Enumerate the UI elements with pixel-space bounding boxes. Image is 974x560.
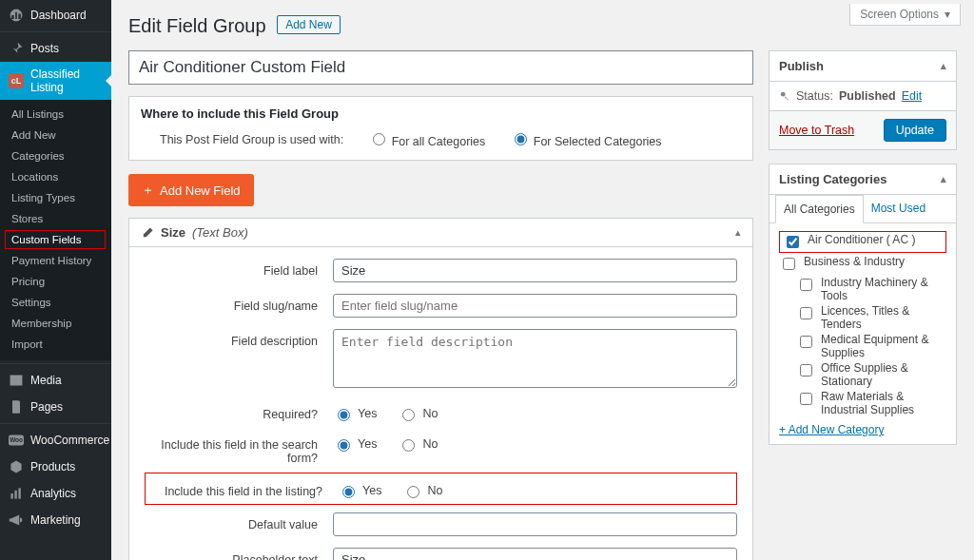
cat-raw-materials-checkbox[interactable] xyxy=(800,393,812,405)
nav-media[interactable]: Media xyxy=(0,367,111,394)
cat-raw-materials-label: Raw Materials & Industrial Supplies xyxy=(821,390,946,416)
label-placeholder-text: Placeholder text xyxy=(145,548,333,560)
cat-office-supplies-checkbox[interactable] xyxy=(800,364,812,377)
add-new-field-button[interactable]: ＋ Add New Field xyxy=(128,174,254,206)
include-opt-selected[interactable]: For Selected Categories xyxy=(510,130,661,148)
add-new-group-button[interactable]: Add New xyxy=(277,15,341,34)
subnav-import[interactable]: Import xyxy=(0,334,111,355)
field-card-header[interactable]: Size (Text Box) ▴ xyxy=(129,219,752,247)
pencil-icon xyxy=(141,226,154,240)
cat-licences-checkbox[interactable] xyxy=(800,307,812,319)
nav-posts-label: Posts xyxy=(30,42,59,55)
cat-business-industry-checkbox[interactable] xyxy=(783,258,795,270)
input-field-slug[interactable] xyxy=(333,294,737,318)
add-new-field-label: Add New Field xyxy=(160,183,241,198)
in-listing-yes-radio[interactable] xyxy=(342,486,355,498)
subnav-add-new[interactable]: Add New xyxy=(0,125,111,145)
nav-products-label: Products xyxy=(30,460,75,473)
analytics-icon xyxy=(9,486,24,501)
in-listing-no[interactable]: No xyxy=(402,483,442,498)
cat-air-conditioner-checkbox[interactable] xyxy=(787,236,799,248)
pages-icon xyxy=(9,399,24,415)
nav-classified-listing[interactable]: cL Classified Listing xyxy=(0,62,111,100)
in-listing-no-radio[interactable] xyxy=(407,486,419,498)
label-default-value: Default value xyxy=(145,512,333,531)
input-field-desc[interactable] xyxy=(333,329,737,388)
input-placeholder-text[interactable] xyxy=(333,548,737,560)
cat-air-conditioner[interactable]: Air Conditioner ( AC ) xyxy=(779,231,946,253)
chevron-down-icon: ▾ xyxy=(945,8,950,21)
chevron-up-icon: ▴ xyxy=(735,226,741,239)
input-default-value[interactable] xyxy=(333,512,737,536)
subnav-all-listings[interactable]: All Listings xyxy=(0,104,111,125)
svg-rect-5 xyxy=(14,491,16,499)
cat-business-industry[interactable]: Business & Industry xyxy=(779,254,946,274)
include-opt-selected-radio[interactable] xyxy=(515,133,527,145)
label-required: Required? xyxy=(145,402,333,421)
field-card: Size (Text Box) ▴ Field label Field slug… xyxy=(128,218,753,560)
nav-media-label: Media xyxy=(30,374,62,387)
subnav-custom-fields[interactable]: Custom Fields xyxy=(5,230,106,249)
subnav-settings[interactable]: Settings xyxy=(0,292,111,313)
cat-medical-label: Medical Equipment & Supplies xyxy=(821,333,946,359)
nav-woocommerce[interactable]: Woo WooCommerce xyxy=(0,427,111,454)
label-in-listing: Include this field in the listing? xyxy=(149,479,338,498)
subnav-payment-history[interactable]: Payment History xyxy=(0,250,111,271)
in-search-no-radio[interactable] xyxy=(402,439,415,452)
cat-raw-materials[interactable]: Raw Materials & Industrial Supplies xyxy=(796,389,946,417)
update-button[interactable]: Update xyxy=(884,119,946,142)
cat-licences[interactable]: Licences, Titles & Tenders xyxy=(796,303,946,332)
cat-office-supplies[interactable]: Office Supplies & Stationary xyxy=(796,360,946,389)
label-field-desc: Field description xyxy=(145,329,333,348)
tab-all-categories[interactable]: All Categories xyxy=(775,195,864,223)
nav-products[interactable]: Products xyxy=(0,454,111,480)
in-listing-no-label: No xyxy=(427,484,442,497)
nav-pages-label: Pages xyxy=(30,400,63,414)
subnav-pricing[interactable]: Pricing xyxy=(0,271,111,292)
chevron-up-icon[interactable]: ▴ xyxy=(941,60,946,72)
field-type: (Text Box) xyxy=(192,225,248,240)
include-opt-all-radio[interactable] xyxy=(373,133,385,145)
woocommerce-icon: Woo xyxy=(9,433,24,448)
input-field-label[interactable] xyxy=(333,259,737,282)
required-no[interactable]: No xyxy=(398,406,438,421)
in-listing-yes-label: Yes xyxy=(362,484,381,497)
nav-analytics[interactable]: Analytics xyxy=(0,480,111,507)
subnav-locations[interactable]: Locations xyxy=(0,166,111,187)
subnav-listing-types[interactable]: Listing Types xyxy=(0,187,111,208)
in-search-yes[interactable]: Yes xyxy=(333,436,377,452)
cat-industry-machinery-checkbox[interactable] xyxy=(800,279,812,291)
products-icon xyxy=(9,459,24,474)
include-opt-all[interactable]: For all Categories xyxy=(368,130,485,148)
cat-medical[interactable]: Medical Equipment & Supplies xyxy=(796,332,946,360)
chevron-up-icon[interactable]: ▴ xyxy=(941,173,946,185)
screen-options-toggle[interactable]: Screen Options ▾ xyxy=(849,4,961,26)
in-listing-yes[interactable]: Yes xyxy=(338,483,381,498)
nav-pages[interactable]: Pages xyxy=(0,394,111,420)
required-yes[interactable]: Yes xyxy=(333,406,377,421)
required-yes-radio[interactable] xyxy=(338,409,350,421)
group-title-input[interactable] xyxy=(128,50,753,85)
nav-classified-label: Classified Listing xyxy=(30,68,103,94)
cat-medical-checkbox[interactable] xyxy=(800,336,812,348)
marketing-icon xyxy=(9,512,24,528)
add-new-category-link[interactable]: + Add New Category xyxy=(779,423,884,436)
publish-box: Publish ▴ Status: Published Edit xyxy=(769,50,957,150)
cat-industry-machinery[interactable]: Industry Machinery & Tools xyxy=(796,275,946,303)
subnav-stores[interactable]: Stores xyxy=(0,208,111,229)
nav-dashboard[interactable]: Dashboard xyxy=(0,2,111,29)
nav-marketing[interactable]: Marketing xyxy=(0,507,111,533)
nav-posts[interactable]: Posts xyxy=(0,35,111,62)
tab-most-used[interactable]: Most Used xyxy=(864,195,933,222)
cat-office-supplies-label: Office Supplies & Stationary xyxy=(821,361,946,388)
subnav-categories[interactable]: Categories xyxy=(0,145,111,166)
required-no-radio[interactable] xyxy=(402,409,415,421)
move-to-trash-link[interactable]: Move to Trash xyxy=(779,124,854,137)
in-search-yes-radio[interactable] xyxy=(338,439,350,452)
include-opt-selected-label: For Selected Categories xyxy=(534,135,662,148)
in-search-no[interactable]: No xyxy=(398,436,438,452)
svg-rect-6 xyxy=(18,488,20,498)
subnav-membership[interactable]: Membership xyxy=(0,313,111,334)
classified-icon: cL xyxy=(9,73,24,88)
status-edit-link[interactable]: Edit xyxy=(902,89,923,103)
